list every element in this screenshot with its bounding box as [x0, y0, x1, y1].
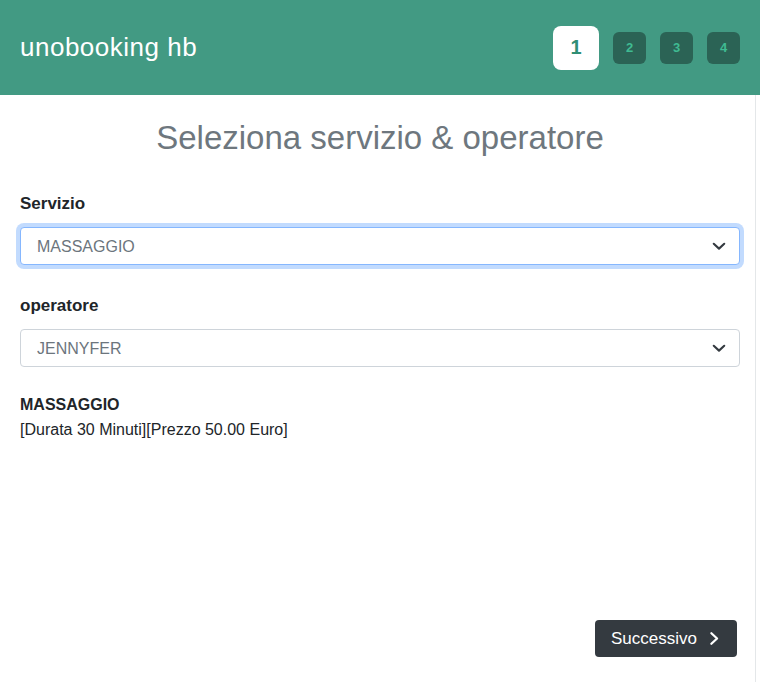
- service-select[interactable]: MASSAGGIO: [20, 227, 740, 265]
- footer-actions: Successivo: [20, 620, 740, 657]
- step-badge-2[interactable]: 2: [613, 32, 646, 64]
- next-button-label: Successivo: [611, 629, 697, 649]
- service-label: Servizio: [20, 194, 740, 214]
- chevron-right-icon: [707, 631, 721, 646]
- brand-title: unobooking hb: [20, 32, 197, 63]
- operator-field-group: operatore JENNYFER: [20, 296, 740, 367]
- next-button[interactable]: Successivo: [595, 620, 737, 657]
- app-header: unobooking hb 1 2 3 4: [0, 0, 760, 95]
- page-title: Seleziona servizio & operatore: [20, 118, 740, 158]
- step-indicator: 1 2 3 4: [553, 26, 740, 70]
- step-badge-1[interactable]: 1: [553, 26, 599, 70]
- operator-label: operatore: [20, 296, 740, 316]
- operator-select-wrap: JENNYFER: [20, 329, 740, 367]
- step-badge-4[interactable]: 4: [707, 32, 740, 64]
- service-info: MASSAGGIO [Durata 30 Minuti][Prezzo 50.0…: [20, 395, 740, 440]
- service-info-details: [Durata 30 Minuti][Prezzo 50.00 Euro]: [20, 420, 740, 440]
- operator-select[interactable]: JENNYFER: [20, 329, 740, 367]
- step-badge-3[interactable]: 3: [660, 32, 693, 64]
- viewport-edge-divider: [755, 95, 756, 682]
- main-content: Seleziona servizio & operatore Servizio …: [0, 118, 760, 657]
- service-info-name: MASSAGGIO: [20, 395, 740, 415]
- service-select-wrap: MASSAGGIO: [20, 227, 740, 265]
- service-field-group: Servizio MASSAGGIO: [20, 194, 740, 265]
